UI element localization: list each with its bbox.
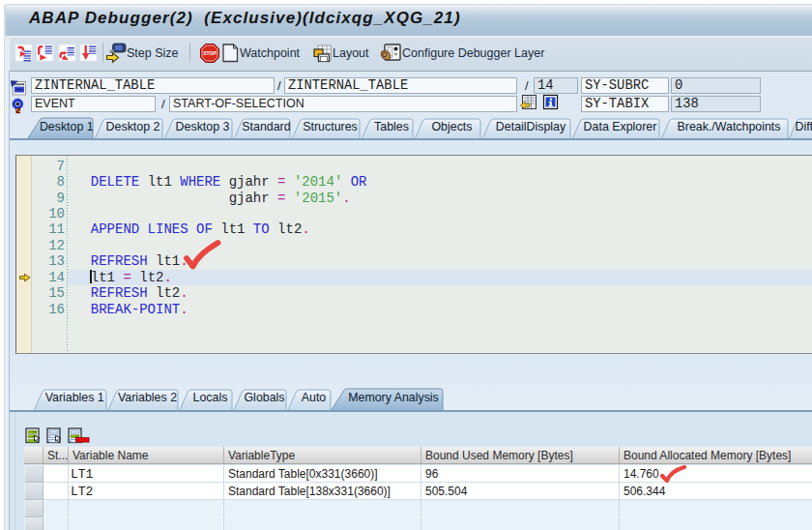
- svg-text:Break./Watchpoints: Break./Watchpoints: [678, 120, 781, 133]
- svg-text:DetailDisplay: DetailDisplay: [496, 120, 566, 133]
- svg-text:Diff: Diff: [796, 120, 812, 133]
- svg-text:Locals: Locals: [193, 391, 228, 404]
- svg-text:Variables 2: Variables 2: [118, 391, 177, 404]
- svg-text:Structures: Structures: [303, 120, 357, 133]
- svg-text:Tables: Tables: [374, 120, 409, 133]
- svg-text:Auto: Auto: [302, 391, 327, 404]
- svg-text:Objects: Objects: [431, 120, 472, 133]
- svg-text:Globals: Globals: [244, 391, 284, 404]
- svg-text:Standard: Standard: [242, 120, 290, 133]
- svg-text:Data Explorer: Data Explorer: [584, 120, 657, 133]
- svg-text:Memory Analysis: Memory Analysis: [348, 391, 439, 404]
- svg-text:Desktop 3: Desktop 3: [176, 120, 230, 133]
